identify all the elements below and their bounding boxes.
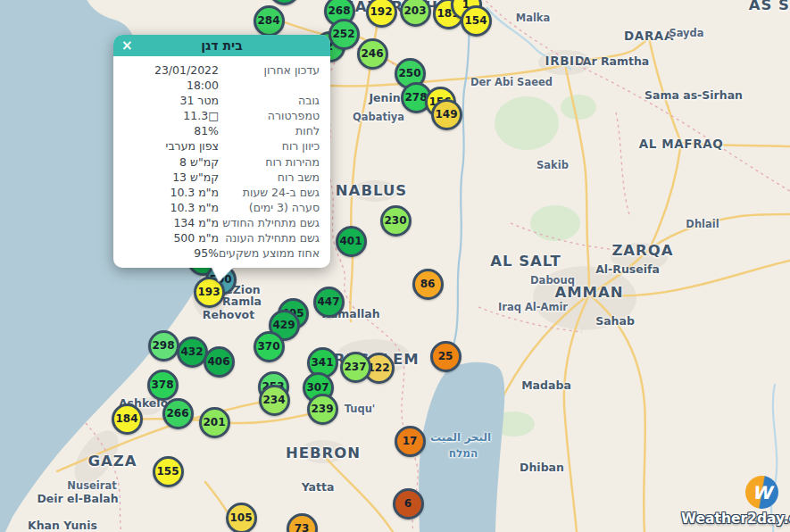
close-icon[interactable]: × bbox=[121, 37, 133, 54]
station-value: 298 bbox=[152, 339, 174, 352]
station-marker[interactable]: 234 bbox=[259, 385, 290, 416]
popup-row: סערה (3 ימים)10.3 מ"מ bbox=[124, 200, 320, 215]
station-value: 203 bbox=[403, 4, 426, 17]
popup-row-label: כיוון רוח bbox=[282, 138, 320, 154]
station-value: 230 bbox=[384, 214, 406, 227]
popup-row-value: 500 מ"מ bbox=[124, 230, 219, 245]
popup-row-label: טמפרטורה bbox=[268, 108, 320, 123]
station-marker[interactable]: 105 bbox=[226, 503, 257, 532]
popup-row: גשם מתחילת החודש134 מ"מ bbox=[124, 215, 320, 230]
station-marker[interactable]: 252 bbox=[328, 19, 360, 50]
popup-row-label: גשם מתחילת החודש bbox=[222, 215, 320, 230]
station-marker[interactable]: 192 bbox=[366, 0, 397, 28]
station-marker[interactable]: 154 bbox=[461, 5, 492, 37]
station-value: 155 bbox=[156, 465, 179, 478]
popup-row-label: מהירות רוח bbox=[265, 154, 320, 170]
station-marker[interactable]: 246 bbox=[357, 38, 388, 70]
popup-row: גשם ב-24 שעות10.3 מ"מ bbox=[124, 185, 320, 200]
watermark: Weather2day.co.il bbox=[681, 511, 790, 527]
weather2day-logo-icon: W bbox=[745, 476, 778, 509]
station-value: 193 bbox=[197, 286, 220, 298]
popup-row: אחוז ממוצע משקעים95% bbox=[124, 245, 320, 261]
station-marker[interactable]: 401 bbox=[336, 226, 367, 257]
popup-row: טמפרטורה11.3□ bbox=[124, 108, 320, 123]
popup-row-value: 23/01/2022 18:00 bbox=[124, 62, 219, 93]
station-marker[interactable]: 284 bbox=[254, 5, 285, 37]
map-canvas[interactable]: NAZARETHMalkaDARAASaydaAS SUIRBIDAr Ramt… bbox=[0, 0, 790, 532]
station-value: 278 bbox=[404, 91, 427, 104]
popup-row-value: צפון מערבי bbox=[124, 138, 219, 154]
station-marker[interactable]: 447 bbox=[313, 287, 345, 318]
station-marker[interactable]: 370 bbox=[254, 331, 285, 362]
station-marker[interactable] bbox=[269, 0, 300, 5]
station-marker[interactable]: 203 bbox=[400, 0, 431, 27]
popup-row-label: סערה (3 ימים) bbox=[249, 200, 320, 215]
popup-row-value: 13 קמ"ש bbox=[124, 170, 219, 185]
popup-row: גובה31 מטר bbox=[124, 93, 320, 108]
station-marker[interactable]: 378 bbox=[147, 370, 179, 401]
popup-title: בית דגן bbox=[201, 38, 242, 53]
station-value: 284 bbox=[257, 14, 279, 27]
popup-body: עדכון אחרון23/01/2022 18:00גובה31 מטרטמפ… bbox=[113, 56, 330, 268]
popup-row-label: עדכון אחרון bbox=[264, 62, 320, 93]
station-marker[interactable]: 266 bbox=[162, 398, 194, 429]
station-marker[interactable]: 230 bbox=[380, 205, 412, 237]
popup-row-value: 10.3 מ"מ bbox=[124, 200, 219, 215]
station-marker[interactable]: 184 bbox=[112, 403, 143, 435]
logo-letter: W bbox=[752, 482, 771, 503]
popup-row: לחות81% bbox=[124, 123, 320, 138]
popup-row-value: 11.3□ bbox=[124, 108, 219, 123]
popup-row-value: 95% bbox=[124, 245, 219, 261]
station-value: 184 bbox=[115, 412, 137, 425]
station-popup: × בית דגן עדכון אחרון23/01/2022 18:00גוב… bbox=[113, 35, 330, 268]
station-value: 252 bbox=[332, 28, 354, 40]
station-value: 307 bbox=[306, 381, 328, 394]
popup-row-value: 134 מ"מ bbox=[124, 215, 219, 230]
station-value: 447 bbox=[317, 295, 339, 308]
popup-row-value: 31 מטר bbox=[124, 93, 219, 108]
station-value: 154 bbox=[464, 14, 486, 27]
station-value: 341 bbox=[311, 356, 333, 369]
station-marker[interactable]: 86 bbox=[412, 269, 444, 300]
station-value: 429 bbox=[272, 319, 295, 331]
popup-row: עדכון אחרון23/01/2022 18:00 bbox=[124, 62, 320, 93]
station-marker[interactable]: 239 bbox=[307, 394, 338, 425]
station-value: 149 bbox=[435, 108, 457, 121]
station-marker[interactable]: 149 bbox=[431, 99, 462, 130]
station-value: 406 bbox=[207, 355, 229, 368]
station-marker[interactable]: 237 bbox=[340, 352, 371, 383]
popup-row-value: 10.3 מ"מ bbox=[124, 185, 219, 200]
popup-row-label: לחות bbox=[295, 123, 320, 138]
station-marker[interactable]: 155 bbox=[153, 456, 184, 487]
station-marker[interactable]: 73 bbox=[287, 513, 318, 532]
station-value: 234 bbox=[262, 394, 285, 406]
station-marker[interactable]: 201 bbox=[199, 407, 230, 438]
popup-row-value: 81% bbox=[124, 123, 219, 138]
popup-row-label: אחוז ממוצע משקעים bbox=[219, 245, 320, 261]
station-value: 6 bbox=[404, 497, 412, 510]
popup-row: כיוון רוחצפון מערבי bbox=[124, 138, 320, 154]
station-marker[interactable]: 6 bbox=[393, 488, 424, 520]
station-value: 246 bbox=[361, 47, 383, 60]
station-value: 105 bbox=[229, 511, 252, 524]
station-marker[interactable]: 17 bbox=[395, 426, 426, 457]
popup-row-label: גובה bbox=[298, 93, 320, 108]
popup-row-label: משב רוח bbox=[278, 170, 320, 185]
station-value: 73 bbox=[295, 522, 310, 532]
station-value: 192 bbox=[370, 5, 392, 18]
station-value: 17 bbox=[403, 435, 418, 447]
station-value: 237 bbox=[344, 361, 366, 373]
station-value: 86 bbox=[420, 278, 436, 290]
station-marker[interactable]: 25 bbox=[430, 341, 462, 372]
station-value: 370 bbox=[257, 340, 279, 353]
station-marker[interactable]: 406 bbox=[204, 346, 235, 378]
station-value: 266 bbox=[166, 407, 188, 420]
station-marker[interactable]: 298 bbox=[148, 330, 179, 362]
station-value: 25 bbox=[438, 350, 453, 362]
popup-row: משב רוח13 קמ"ש bbox=[124, 170, 320, 185]
popup-row-label: גשם מתחילת העונה bbox=[225, 230, 320, 245]
station-value: 201 bbox=[203, 416, 225, 428]
popup-row-value: 8 קמ"ש bbox=[124, 154, 219, 170]
popup-row: מהירות רוח8 קמ"ש bbox=[124, 154, 320, 170]
popup-header: × בית דגן bbox=[113, 35, 330, 56]
